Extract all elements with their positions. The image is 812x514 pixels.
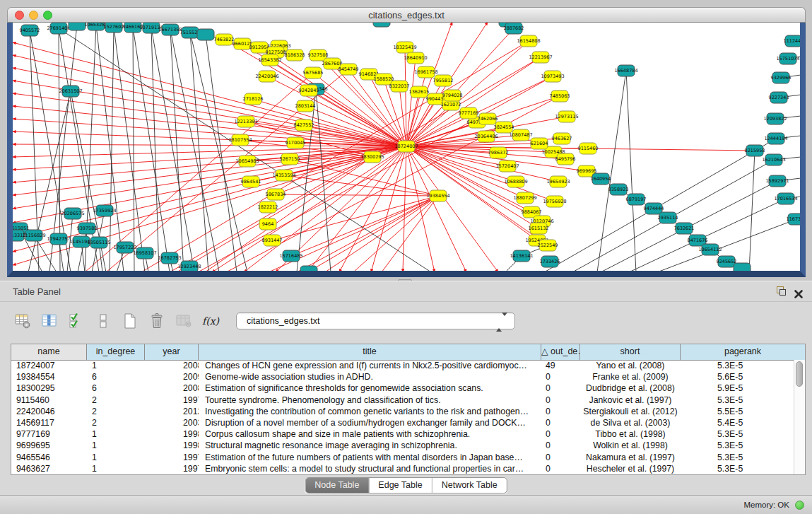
graph-node[interactable]: 15892971: [765, 175, 789, 187]
network-canvas[interactable]: 9405572276914061065328715276029466160107…: [13, 23, 800, 271]
graph-node[interactable]: 16961758: [414, 66, 437, 78]
graph-node[interactable]: 10688809: [504, 176, 527, 187]
graph-node[interactable]: 9463627: [552, 133, 572, 144]
graph-node[interactable]: 1615132: [529, 223, 549, 234]
graph-node[interactable]: 1112447: [784, 35, 800, 47]
graph-node[interactable]: 12923448: [177, 261, 201, 271]
column-header[interactable]: year: [145, 344, 199, 360]
graph-node[interactable]: 8931447: [262, 235, 283, 246]
graph-node[interactable]: 16671358: [158, 24, 182, 35]
new-table-button[interactable]: [120, 311, 140, 331]
graph-node[interactable]: 10807487: [509, 129, 532, 141]
column-header[interactable]: name: [11, 344, 87, 360]
graph-node[interactable]: 20364486: [474, 131, 498, 142]
graph-node[interactable]: 2522549: [538, 240, 558, 251]
column-header[interactable]: short: [580, 344, 681, 360]
graph-node[interactable]: 17016534: [774, 193, 797, 204]
float-panel-icon[interactable]: [777, 286, 787, 296]
graph-node[interactable]: 9329966: [771, 72, 792, 83]
tab-network-table[interactable]: Network Table: [432, 478, 507, 493]
graph-node[interactable]: 12973115: [555, 111, 578, 122]
graph-node[interactable]: 18107554: [228, 134, 252, 146]
graph-node[interactable]: 16648784: [614, 65, 637, 76]
graph-node[interactable]: 9464: [259, 218, 276, 230]
table-row[interactable]: 2242004622012Investigating the contribut…: [11, 406, 805, 417]
graph-node[interactable]: 1527602: [104, 23, 124, 33]
table-selector-dropdown[interactable]: citations_edges.txt: [236, 313, 515, 329]
graph-node[interactable]: 11156829: [22, 230, 45, 241]
table-row[interactable]: 1456911722003Disruption of a novel membe…: [11, 417, 805, 428]
table-row[interactable]: 946362711997Embryonic stem cells: a mode…: [11, 463, 805, 474]
graph-node[interactable]: 7485063: [550, 90, 570, 102]
graph-node[interactable]: 8454749: [339, 64, 359, 75]
graph-node[interactable]: 7955812: [433, 75, 454, 86]
graph-node[interactable]: 8427552: [294, 119, 314, 131]
graph-node[interactable]: 18724007: [394, 141, 418, 152]
graph-node[interactable]: 12444194: [764, 133, 787, 144]
close-panel-icon[interactable]: [794, 286, 804, 296]
table-row[interactable]: 1830029562008Estimation of significance …: [11, 382, 805, 394]
graph-node[interactable]: 2803144: [295, 100, 316, 112]
graph-node[interactable]: 9115460: [578, 143, 599, 154]
graph-node[interactable]: 621604: [531, 138, 548, 149]
graph-node[interactable]: 8322037: [389, 81, 410, 92]
show-columns-button[interactable]: [40, 311, 59, 331]
memory-ok-icon[interactable]: [795, 501, 804, 510]
graph-node[interactable]: 1640954: [591, 173, 611, 185]
table-vertical-scrollbar[interactable]: [794, 360, 805, 474]
graph-node[interactable]: 8358923: [608, 184, 629, 195]
graph-node[interactable]: 17942757: [47, 233, 70, 245]
graph-node[interactable]: 12093822: [763, 113, 787, 124]
graph-node[interactable]: 9777169: [459, 107, 479, 119]
graph-node[interactable]: 15716485: [279, 250, 302, 262]
graph-node[interactable]: 5267150: [280, 153, 300, 165]
row-toggles-button[interactable]: [93, 311, 113, 331]
table-row[interactable]: 1938455462009Genome-wide association stu…: [11, 371, 805, 382]
graph-node[interactable]: 9864541: [241, 176, 261, 187]
graph-node[interactable]: [300, 266, 317, 271]
graph-node[interactable]: 10654112: [698, 244, 722, 255]
graph-node[interactable]: 8495796: [555, 153, 576, 165]
graph-node[interactable]: 1822212: [258, 201, 278, 213]
window-titlebar[interactable]: citations_edges.txt: [7, 7, 806, 23]
graph-node[interactable]: 17359924: [93, 205, 116, 216]
graph-node[interactable]: 9794028: [442, 90, 463, 101]
graph-node[interactable]: 18325419: [393, 42, 416, 53]
graph-node[interactable]: 2887682: [504, 23, 524, 34]
graph-node[interactable]: 19756928: [543, 196, 566, 207]
graph-node[interactable]: 16154808: [517, 35, 540, 47]
column-header[interactable]: in_degree: [87, 344, 145, 360]
graph-node[interactable]: 3824554: [494, 122, 514, 133]
graph-node[interactable]: 15720407: [495, 160, 519, 172]
graph-node[interactable]: 16210643: [762, 154, 785, 165]
graph-node[interactable]: [197, 29, 214, 40]
table-row[interactable]: 969969511998Structural magnetic resonanc…: [11, 440, 805, 451]
column-header[interactable]: title: [199, 344, 541, 360]
graph-node[interactable]: 6879197: [626, 194, 647, 205]
graph-node[interactable]: 1167331: [787, 214, 800, 225]
graph-node[interactable]: 5675685: [303, 67, 324, 78]
graph-node[interactable]: 2935114: [658, 212, 678, 223]
graph-node[interactable]: 9227343: [769, 92, 789, 103]
graph-node[interactable]: 14136141: [510, 250, 533, 262]
graph-node[interactable]: 8186328: [285, 49, 305, 61]
graph-node[interactable]: 20206575: [61, 208, 84, 219]
graph-node[interactable]: 12213393: [234, 116, 257, 127]
column-header[interactable]: pagerank: [681, 344, 805, 360]
graph-node[interactable]: 9242845: [299, 85, 319, 96]
graph-node[interactable]: 14353594: [272, 170, 295, 181]
graph-node[interactable]: 7632621: [674, 223, 695, 234]
table-row[interactable]: 977716911998Corpus callosum shape and si…: [11, 428, 805, 440]
graph-node[interactable]: [734, 263, 751, 271]
graph-node[interactable]: 7463822: [214, 34, 235, 45]
graph-node[interactable]: 22420046: [255, 71, 278, 82]
graph-node[interactable]: [69, 23, 86, 30]
tab-node-table[interactable]: Node Table: [305, 478, 368, 493]
graph-node[interactable]: 13505115: [87, 237, 110, 248]
graph-node[interactable]: 27691406: [47, 23, 70, 34]
graph-node[interactable]: 16958107: [133, 247, 156, 259]
graph-node[interactable]: 20631507: [59, 86, 82, 97]
graph-node[interactable]: 18300295: [360, 151, 384, 163]
graph-node[interactable]: 7462066: [478, 113, 498, 124]
graph-node[interactable]: 8813074: [372, 23, 392, 27]
